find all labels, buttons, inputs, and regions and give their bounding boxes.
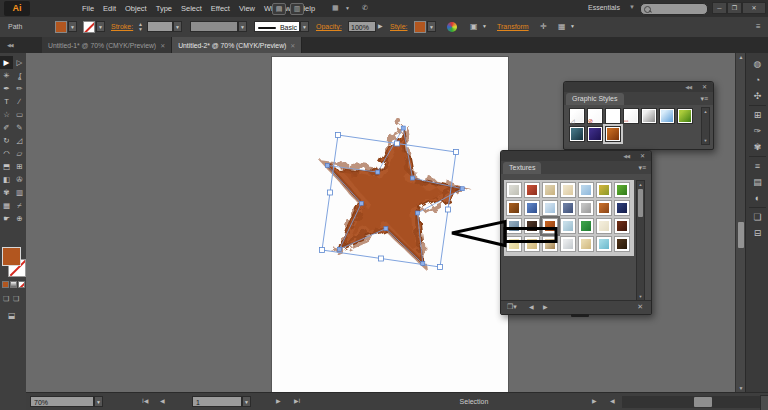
texture-swatch[interactable]: [614, 236, 630, 252]
style-swatch[interactable]: [414, 21, 426, 33]
stroke-color-swatch[interactable]: [83, 21, 95, 33]
silver-orb-style[interactable]: [641, 108, 657, 124]
graphic-styles-scrollbar[interactable]: ▲ ▼: [701, 107, 710, 145]
none-mode-button[interactable]: [18, 281, 25, 288]
cs-live-icon[interactable]: ✆: [362, 3, 368, 13]
texture-swatch[interactable]: [596, 200, 612, 216]
stroke-panel-link[interactable]: Stroke:: [111, 23, 133, 30]
default-style[interactable]: ◿: [569, 108, 585, 124]
texture-swatch[interactable]: [560, 182, 576, 198]
tab-close-icon[interactable]: ✕: [160, 42, 165, 49]
restore-button[interactable]: ❐: [727, 2, 742, 14]
fill-color-swatch[interactable]: [55, 21, 67, 33]
minimize-button[interactable]: ─: [712, 2, 727, 14]
scroll-up-icon[interactable]: ▲: [637, 182, 644, 187]
panel-menu-icon[interactable]: ▾≡: [638, 164, 646, 172]
texture-swatch[interactable]: [614, 200, 630, 216]
green-texture-style[interactable]: [677, 108, 693, 124]
artboard-number-field[interactable]: 1: [192, 396, 242, 407]
draw-normal-icon[interactable]: ❏: [3, 295, 9, 303]
delete-swatch-icon[interactable]: ✕: [637, 303, 643, 311]
pencil-tool[interactable]: ✎: [13, 121, 26, 134]
kuler-icon[interactable]: ✣: [746, 88, 768, 104]
bridge-icon[interactable]: ▤: [272, 3, 286, 15]
tools-collapse-icon[interactable]: ◀◀: [7, 42, 13, 48]
texture-swatch[interactable]: [578, 236, 594, 252]
texture-swatch[interactable]: [578, 182, 594, 198]
menu-edit[interactable]: Edit: [103, 4, 116, 13]
artboard[interactable]: [272, 57, 508, 392]
type-tool[interactable]: T: [0, 95, 13, 108]
scrollbar-thumb[interactable]: [738, 222, 744, 248]
stroke-icon[interactable]: ≡: [746, 158, 768, 174]
texture-swatch[interactable]: [578, 200, 594, 216]
texture-swatch[interactable]: [560, 236, 576, 252]
texture-swatch[interactable]: [542, 236, 558, 252]
more-options-icon[interactable]: ▦: [558, 21, 566, 32]
panel-options-icon[interactable]: ≡: [756, 21, 761, 32]
scrollbar-thumb[interactable]: [694, 397, 712, 407]
texture-swatch[interactable]: [542, 218, 558, 234]
width-profile-dropdown-icon[interactable]: ▼: [238, 21, 247, 32]
zoom-dropdown-icon[interactable]: ▼: [94, 396, 103, 407]
workspace-switcher[interactable]: Essentials: [588, 4, 620, 11]
previous-artboard-icon[interactable]: ◀: [160, 397, 165, 404]
width-tool[interactable]: ◠: [0, 147, 13, 160]
pen-tool[interactable]: ✒: [0, 82, 13, 95]
gradient-icon[interactable]: ▤: [746, 174, 768, 190]
texture-swatch[interactable]: [506, 200, 522, 216]
scale-tool[interactable]: ◿: [13, 134, 26, 147]
style-link[interactable]: Style:: [390, 23, 408, 30]
free-transform-tool[interactable]: ▱: [13, 147, 26, 160]
texture-swatch[interactable]: [506, 236, 522, 252]
more-options-dropdown-icon[interactable]: ▼: [568, 21, 577, 32]
swatches-icon[interactable]: ⊞: [746, 107, 768, 123]
zoom-level-field[interactable]: 70%: [30, 396, 94, 407]
symbols-icon[interactable]: ✾: [746, 139, 768, 155]
texture-swatch[interactable]: [524, 218, 540, 234]
search-box[interactable]: [640, 3, 708, 15]
brush-definition-field[interactable]: Basic: [254, 21, 300, 32]
texture-swatch[interactable]: [614, 182, 630, 198]
panel-resize-grip[interactable]: [571, 314, 589, 317]
slice-tool[interactable]: ⌿: [13, 199, 26, 212]
arrange-dropdown-icon[interactable]: ▼: [345, 3, 350, 13]
brush-dropdown-icon[interactable]: ▼: [300, 21, 309, 32]
texture-swatch[interactable]: [524, 200, 540, 216]
previous-library-icon[interactable]: ◀: [529, 303, 534, 310]
close-button[interactable]: ✕: [742, 2, 766, 14]
scroll-down-icon[interactable]: ▼: [637, 294, 644, 299]
h-scroll-left-icon[interactable]: ◀: [610, 397, 615, 404]
width-profile-field[interactable]: [190, 21, 238, 32]
screen-mode-icon[interactable]: ⬓: [8, 311, 16, 320]
collapse-to-icons-icon[interactable]: ◀◀: [685, 84, 691, 90]
brushes-icon[interactable]: ✑: [746, 123, 768, 139]
blue-gradient-style[interactable]: [659, 108, 675, 124]
texture-swatch[interactable]: [542, 200, 558, 216]
last-artboard-icon[interactable]: ▶Ⅰ: [294, 397, 300, 404]
rotate-tool[interactable]: ↻: [0, 134, 13, 147]
library-menu-icon[interactable]: ❒▾: [507, 303, 517, 311]
artboard-tool[interactable]: ▦: [0, 199, 13, 212]
opacity-expand-icon[interactable]: ▶: [378, 21, 383, 32]
texture-swatch[interactable]: [506, 218, 522, 234]
arrange-documents-icon[interactable]: ▦: [332, 3, 339, 13]
texture-swatch[interactable]: [524, 182, 540, 198]
texture-swatch[interactable]: [596, 236, 612, 252]
menu-effect[interactable]: Effect: [211, 4, 230, 13]
artboard-dropdown-icon[interactable]: ▼: [242, 396, 251, 407]
star-tool[interactable]: ☆: [0, 108, 13, 121]
workspace-arrow-icon[interactable]: ▼: [629, 4, 635, 10]
selection-tool[interactable]: ▶: [0, 56, 13, 69]
textures-tab[interactable]: Textures: [503, 162, 541, 174]
opacity-mask-icon[interactable]: ▣: [470, 21, 478, 32]
transparency-icon[interactable]: ◐: [746, 190, 768, 206]
paintbrush-tool[interactable]: ✐: [0, 121, 13, 134]
white-style-2[interactable]: ⊘: [587, 108, 603, 124]
collapse-to-icons-icon[interactable]: ◀◀: [623, 153, 629, 159]
white-style-3[interactable]: [605, 108, 621, 124]
graphic-styles-tab[interactable]: Graphic Styles: [566, 93, 624, 105]
transform-link[interactable]: Transform: [497, 23, 529, 30]
magic-wand-tool[interactable]: ✳: [0, 69, 13, 82]
menu-select[interactable]: Select: [181, 4, 202, 13]
